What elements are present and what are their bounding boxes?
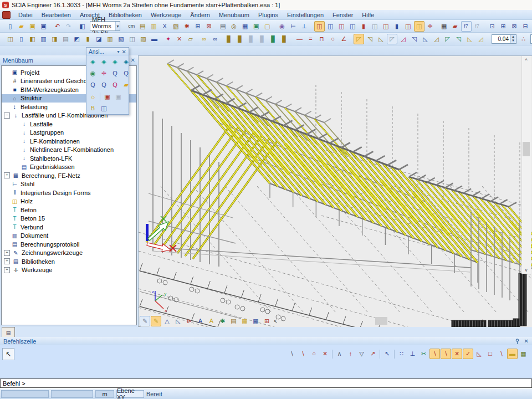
polygon-icon[interactable]: ▱ — [185, 34, 196, 44]
member-7-icon[interactable]: ◩ — [71, 34, 82, 44]
activity-1-icon[interactable]: ◫ — [314, 21, 325, 32]
menu-item-datei[interactable]: Datei — [14, 11, 37, 19]
window-new-icon[interactable]: ⊞ — [193, 21, 203, 32]
tree-item-stahlbeton-lfk[interactable]: ↓Stahlbeton-LFK — [2, 154, 136, 163]
horizontal-scroll-thumb[interactable] — [375, 317, 387, 325]
view-x-icon[interactable]: ◈ — [88, 57, 98, 67]
snap-arrow-icon[interactable]: ↑ — [345, 349, 356, 359]
column-3-icon[interactable]: ▊ — [246, 34, 257, 44]
render-shaded-icon[interactable]: ✎ — [151, 316, 161, 326]
zoom-selection-icon[interactable]: ◉ — [277, 21, 288, 32]
status-unit[interactable]: m — [95, 390, 114, 398]
copy-attrib-1-icon[interactable]: ⊡ — [487, 21, 498, 32]
line-double-icon[interactable]: = — [305, 34, 316, 44]
print-preview-icon[interactable]: ◎ — [229, 21, 239, 32]
snap-cross-icon[interactable]: ✕ — [452, 349, 462, 359]
activity-8-icon[interactable]: ▮ — [392, 21, 402, 32]
column-2-icon[interactable]: ▊ — [235, 34, 245, 44]
chevron-down-icon[interactable]: ▾ — [115, 22, 119, 30]
activity-9-icon[interactable]: ◫ — [403, 21, 413, 32]
link-a-icon[interactable]: ∞ — [199, 34, 209, 44]
snap-box-icon[interactable]: □ — [485, 349, 495, 359]
roof-4-icon[interactable]: ◸ — [387, 34, 397, 44]
split-window-icon[interactable]: ◧ — [77, 21, 88, 32]
select-cursor-icon[interactable]: ✕ — [174, 34, 185, 44]
angle-red-icon[interactable]: ∠ — [339, 34, 349, 44]
cursor-snap-icon[interactable]: ↖ — [382, 349, 392, 359]
copy-attrib-4-icon[interactable]: ⊟ — [520, 21, 531, 32]
units-setup-icon[interactable]: cm — [126, 21, 137, 32]
column-1-icon[interactable]: ▊ — [224, 34, 234, 44]
roof-10-icon[interactable]: ◹ — [453, 34, 464, 44]
horizontal-scrollbar[interactable] — [281, 317, 480, 325]
roof-9-icon[interactable]: ◸ — [442, 34, 453, 44]
menu-item-men-baum[interactable]: Menübaum — [214, 11, 254, 19]
tree-item-bibliotheken[interactable]: +▤Bibliotheken — [2, 257, 136, 266]
layer-open-icon[interactable]: ▰ — [450, 21, 461, 32]
viewport-3d[interactable]: zYx ^ v ✎✎△◺⊳AA✱▤▦▦⊞ < > — [139, 55, 532, 327]
measure-icon[interactable]: ⊢ — [288, 21, 299, 32]
tree-item-berechnungsprotokoll[interactable]: ▤Berechnungsprotokoll — [2, 240, 136, 249]
display-scale-spinner-arrows[interactable]: ▲▼ — [510, 35, 516, 43]
snap-nabla-icon[interactable]: ▽ — [356, 349, 367, 359]
snap-diag-icon[interactable]: ∖ — [496, 349, 507, 359]
vertical-scrollbar[interactable]: ^ v — [521, 56, 531, 274]
intersection-snap-icon[interactable]: ✂ — [418, 349, 429, 359]
activity-4-icon[interactable]: ◫ — [347, 21, 358, 32]
column-5-icon[interactable]: ▊ — [268, 34, 279, 44]
snap-check-icon[interactable]: ✓ — [463, 349, 473, 359]
snap-endpoint-icon[interactable]: ∖ — [287, 349, 297, 359]
activity-3-icon[interactable]: ◫ — [336, 21, 347, 32]
activity-5-icon[interactable]: ▮ — [359, 21, 369, 32]
calc-snap-icon[interactable]: ▦ — [518, 349, 529, 359]
save-view-icon[interactable]: ▰ — [121, 80, 131, 90]
expand-icon[interactable]: + — [4, 267, 10, 273]
dimension-icon[interactable]: ⊥ — [299, 21, 310, 32]
menu-item-hilfe[interactable]: Hilfe — [357, 11, 378, 19]
member-9-icon[interactable]: ◪ — [94, 34, 104, 44]
mesh-grid-icon[interactable]: ⊞ — [262, 316, 272, 326]
member-3-icon[interactable]: ◧ — [27, 34, 38, 44]
image-export-icon[interactable]: ▣ — [251, 21, 262, 32]
show-labels-icon[interactable]: ⊳ — [184, 316, 195, 326]
font-settings-icon[interactable]: A — [195, 316, 206, 326]
coord-xy-icon[interactable]: X — [160, 21, 170, 32]
snap-line-1-icon[interactable]: ∖ — [429, 349, 440, 359]
menu-item-fenster[interactable]: Fenster — [328, 11, 357, 19]
table-edit-icon[interactable]: ▦ — [239, 316, 250, 326]
collapse-icon[interactable]: − — [4, 112, 10, 119]
light-toggle-icon[interactable]: ☼ — [88, 91, 98, 102]
activity-2-icon[interactable]: ◫ — [325, 21, 336, 32]
activity-7-icon[interactable]: ◫ — [381, 21, 391, 32]
expand-icon[interactable]: + — [4, 258, 10, 264]
bracket-icon[interactable]: ⊓ — [316, 34, 327, 44]
tree-item-lastgruppen[interactable]: ↓Lastgruppen — [2, 129, 136, 137]
filter-f7-off-icon[interactable]: f7 — [472, 21, 483, 32]
activity-10-icon[interactable]: ◫ — [414, 21, 424, 32]
snap-vertex-icon[interactable]: ∧ — [334, 349, 345, 359]
menu-item-bearbeiten[interactable]: Bearbeiten — [37, 11, 75, 19]
member-6-icon[interactable]: ▤ — [60, 34, 71, 44]
member-4-icon[interactable]: ▥ — [38, 34, 49, 44]
circle-red-icon[interactable]: ○ — [328, 34, 338, 44]
render-wireframe-icon[interactable]: ✎ — [140, 316, 150, 326]
tree-item-ergebnisklassen[interactable]: ▤Ergebnisklassen — [2, 163, 136, 172]
display-scale-spinner[interactable]: 0.04▲▼ — [492, 34, 516, 44]
show-supports-icon[interactable]: △ — [162, 316, 172, 326]
palette-close-icon[interactable]: ✕ — [122, 49, 126, 55]
member-5-icon[interactable]: ◨ — [49, 34, 60, 44]
column-6-icon[interactable]: ▊ — [279, 34, 290, 44]
roof-7-icon[interactable]: ◺ — [420, 34, 431, 44]
undo-icon[interactable]: ↶ — [52, 21, 63, 32]
save-icon[interactable]: ▣ — [38, 21, 49, 32]
save-archive-icon[interactable]: ▣ — [27, 21, 38, 32]
roof-8-icon[interactable]: ◿ — [431, 34, 442, 44]
calculator-icon[interactable]: ▥ — [149, 21, 159, 32]
expand-icon[interactable]: + — [4, 172, 10, 178]
table-icon[interactable]: ▦ — [240, 21, 250, 32]
zoom-out-icon[interactable]: Q — [121, 68, 131, 79]
view-z-icon[interactable]: ◈ — [110, 57, 120, 67]
scroll-right-icon[interactable]: > — [480, 318, 487, 324]
window-arrange-icon[interactable]: ⊠ — [204, 21, 214, 32]
clip-box-on-icon[interactable]: ▣ — [102, 91, 112, 102]
